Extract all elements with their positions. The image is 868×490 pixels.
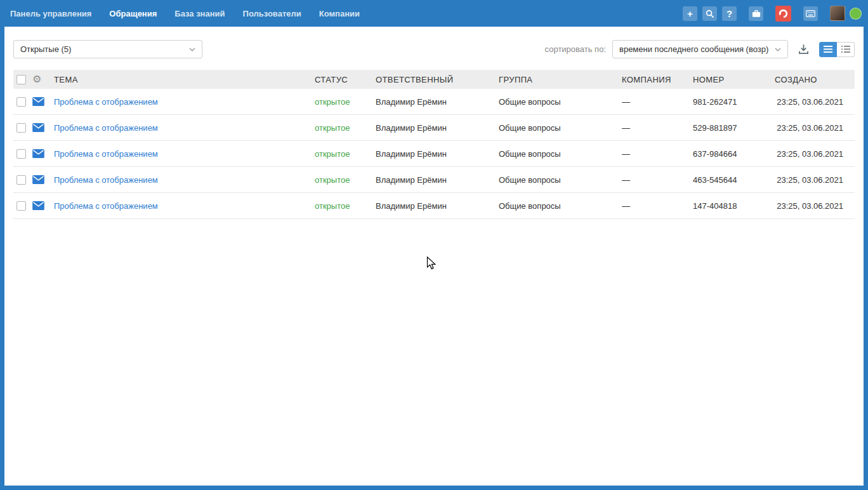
ticket-group: Общие вопросы (499, 201, 622, 211)
col-header-assignee: ОТВЕТСТВЕННЫЙ (376, 75, 499, 84)
ticket-subject-link[interactable]: Проблема с отображением (54, 175, 158, 185)
cases-button[interactable] (749, 6, 763, 21)
ticket-assignee: Владимир Ерёмин (376, 123, 499, 133)
row-checkbox[interactable] (16, 97, 26, 107)
ticket-created: 23:25, 03.06.2021 (775, 175, 855, 185)
ticket-group: Общие вопросы (499, 97, 622, 107)
ticket-created: 23:25, 03.06.2021 (775, 123, 855, 133)
nav-item-users[interactable]: Пользователи (243, 9, 301, 18)
chevron-down-icon (189, 48, 195, 51)
view-toggle (819, 42, 855, 57)
col-header-company: КОМПАНИЯ (622, 75, 693, 84)
ticket-assignee: Владимир Ерёмин (376, 201, 499, 211)
ticket-number: 147-404818 (693, 201, 775, 211)
help-button[interactable]: ? (722, 6, 737, 21)
row-checkbox[interactable] (16, 149, 26, 159)
envelope-icon (32, 201, 44, 210)
export-download-button[interactable] (798, 44, 809, 55)
ticket-subject-link[interactable]: Проблема с отображением (54, 97, 158, 107)
nav-item-knowledge-base[interactable]: База знаний (174, 9, 225, 18)
ticket-created: 23:25, 03.06.2021 (775, 97, 855, 107)
compact-view-button[interactable] (837, 42, 855, 57)
ticket-subject-link[interactable]: Проблема с отображением (54, 123, 158, 133)
ticket-company: — (622, 97, 693, 107)
ticket-number: 637-984664 (693, 149, 775, 159)
keyboard-shortcuts-button[interactable] (803, 6, 818, 21)
ticket-group: Общие вопросы (499, 149, 622, 159)
ticket-created: 23:25, 03.06.2021 (775, 149, 855, 159)
ticket-status: открытое (315, 175, 376, 185)
table-row[interactable]: Проблема с отображением открытое Владими… (13, 115, 855, 141)
online-status-indicator[interactable] (850, 8, 862, 20)
col-header-subject: ТЕМА (54, 75, 315, 84)
nav-actions: + ? (683, 6, 862, 22)
plus-icon: + (687, 9, 693, 18)
brand-logo-icon (778, 8, 789, 19)
row-checkbox[interactable] (16, 201, 26, 211)
question-icon: ? (727, 9, 732, 18)
table-header-row: ⚙ ТЕМА СТАТУС ОТВЕТСТВЕННЫЙ ГРУППА КОМПА… (13, 70, 855, 89)
search-button[interactable] (702, 6, 717, 21)
top-navigation: Панель управления Обращения База знаний … (0, 0, 868, 27)
ticket-created: 23:25, 03.06.2021 (775, 201, 855, 211)
user-avatar[interactable] (830, 6, 845, 21)
sort-select[interactable]: времени последнего сообщения (возр) (612, 40, 788, 58)
ticket-status: открытое (315, 201, 376, 211)
ticket-subject-link[interactable]: Проблема с отображением (54, 149, 158, 159)
table-row[interactable]: Проблема с отображением открытое Владими… (13, 141, 855, 167)
ticket-group: Общие вопросы (499, 123, 622, 133)
ticket-assignee: Владимир Ерёмин (376, 149, 499, 159)
table-row[interactable]: Проблема с отображением открытое Владими… (13, 193, 855, 219)
nav-item-tickets[interactable]: Обращения (109, 9, 157, 18)
envelope-icon (32, 97, 44, 106)
table-body: Проблема с отображением открытое Владими… (13, 89, 855, 219)
ticket-subject-link[interactable]: Проблема с отображением (54, 201, 158, 211)
sort-area: сортировать по: времени последнего сообщ… (545, 40, 855, 58)
list-view-button[interactable] (819, 42, 837, 57)
sort-label: сортировать по: (545, 44, 606, 54)
envelope-icon (32, 175, 44, 184)
search-icon (706, 10, 714, 18)
list-view-icon (824, 46, 832, 53)
nav-item-companies[interactable]: Компании (319, 9, 360, 18)
ticket-status: открытое (315, 97, 376, 107)
ticket-group: Общие вопросы (499, 175, 622, 185)
add-button[interactable]: + (683, 6, 697, 21)
envelope-icon (32, 123, 44, 132)
ticket-number: 463-545644 (693, 175, 775, 185)
main-content: Открытые (5) сортировать по: времени пос… (4, 27, 864, 486)
tickets-toolbar: Открытые (5) сортировать по: времени пос… (4, 27, 864, 70)
ticket-status: открытое (315, 123, 376, 133)
ticket-status: открытое (315, 149, 376, 159)
row-checkbox[interactable] (16, 175, 26, 185)
table-row[interactable]: Проблема с отображением открытое Владими… (13, 167, 855, 193)
ticket-assignee: Владимир Ерёмин (376, 97, 499, 107)
nav-menu: Панель управления Обращения База знаний … (10, 9, 360, 18)
filter-select[interactable]: Открытые (5) (13, 40, 202, 58)
select-all-checkbox[interactable] (16, 75, 26, 84)
table-row[interactable]: Проблема с отображением открытое Владими… (13, 89, 855, 115)
col-header-status: СТАТУС (315, 75, 376, 84)
keyboard-icon (806, 10, 815, 17)
col-header-number: НОМЕР (693, 75, 775, 84)
filter-select-value: Открытые (5) (20, 44, 71, 54)
col-header-created: СОЗДАНО (775, 75, 855, 84)
col-header-group: ГРУППА (499, 75, 622, 84)
ticket-number: 529-881897 (693, 123, 775, 133)
ticket-assignee: Владимир Ерёмин (376, 175, 499, 185)
ticket-company: — (622, 175, 693, 185)
column-settings-gear-icon[interactable]: ⚙ (32, 74, 42, 84)
briefcase-icon (752, 10, 761, 18)
row-checkbox[interactable] (16, 123, 26, 133)
ticket-number: 981-262471 (693, 97, 775, 107)
envelope-icon (32, 149, 44, 158)
ticket-company: — (622, 123, 693, 133)
tickets-table: ⚙ ТЕМА СТАТУС ОТВЕТСТВЕННЫЙ ГРУППА КОМПА… (13, 70, 855, 219)
nav-item-dashboard[interactable]: Панель управления (10, 9, 91, 18)
chevron-down-icon (775, 48, 781, 51)
ticket-company: — (622, 149, 693, 159)
brand-logo-button[interactable] (775, 6, 791, 22)
download-icon (798, 44, 809, 55)
numbered-list-icon (841, 46, 850, 53)
sort-select-value: времени последнего сообщения (возр) (619, 44, 768, 54)
